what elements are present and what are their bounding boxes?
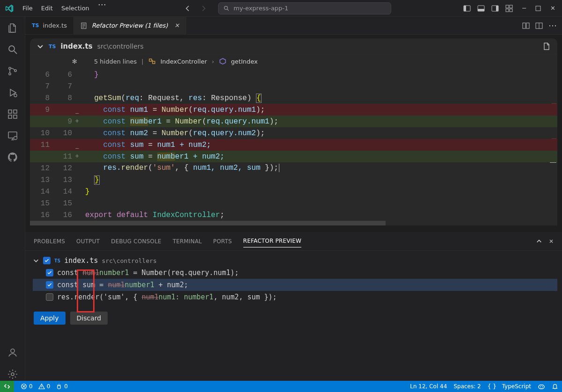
code-editor[interactable]: 66 } 77 88 getSum(req: Request, res: Res… (30, 69, 557, 221)
open-file-icon[interactable] (542, 42, 551, 51)
remote-indicator[interactable] (0, 381, 14, 392)
layout-customize-icon[interactable] (504, 4, 514, 13)
chevron-down-icon[interactable] (36, 43, 44, 50)
refactor-file-label: index.ts (64, 256, 98, 265)
titlebar-right: ─ ✕ (462, 4, 559, 13)
back-arrow-icon[interactable] (182, 3, 194, 14)
svg-point-34 (540, 386, 541, 387)
compare-icon[interactable] (522, 22, 530, 29)
bottom-panel: PROBLEMS OUTPUT DEBUG CONSOLE TERMINAL P… (25, 232, 562, 381)
extensions-icon[interactable] (6, 108, 19, 121)
typescript-file-icon: TS (54, 258, 60, 264)
layout-right-icon[interactable] (490, 4, 500, 13)
panel-tab-refactor[interactable]: REFACTOR PREVIEW (243, 235, 302, 247)
status-bar: 0 0 0 Ln 12, Col 44 Spaces: 2 { } TypeSc… (0, 381, 562, 392)
status-indentation[interactable]: Spaces: 2 (453, 383, 481, 390)
title-bar: File Edit Selection ⋯ my-express-app-1 ─… (0, 0, 562, 17)
menu-edit[interactable]: Edit (37, 3, 57, 14)
panel-tab-debug[interactable]: DEBUG CONSOLE (111, 235, 161, 247)
svg-point-16 (14, 94, 17, 97)
svg-point-23 (11, 349, 15, 353)
breadcrumb-class[interactable]: IndexController (161, 58, 207, 65)
command-center[interactable]: my-express-app-1 (218, 2, 391, 15)
panel-tabs: PROBLEMS OUTPUT DEBUG CONSOLE TERMINAL P… (25, 232, 562, 251)
refactor-change-2[interactable]: const sum = num1number1 + num2; (33, 279, 557, 291)
status-warnings[interactable]: 0 (38, 383, 51, 390)
refactor-change-3[interactable]: res.render('sum', { num1num1: number1, n… (33, 291, 557, 303)
discard-button[interactable]: Discard (70, 312, 108, 325)
menu-more[interactable]: ⋯ (94, 3, 110, 14)
panel-tab-output[interactable]: OUTPUT (76, 235, 100, 247)
minimize-icon[interactable]: ─ (518, 5, 530, 12)
explorer-icon[interactable] (6, 22, 19, 35)
tab-label: index.ts (43, 22, 67, 29)
refactor-change-1[interactable]: const num1number1 = Number(req.query.num… (33, 267, 557, 279)
svg-rect-27 (526, 23, 529, 29)
search-activity-icon[interactable] (6, 43, 19, 56)
hidden-lines-label[interactable]: 5 hidden lines (94, 58, 137, 65)
collapse-panel-icon[interactable] (536, 238, 542, 245)
tab-index-ts[interactable]: TS index.ts (25, 17, 74, 34)
panel-tab-ports[interactable]: PORTS (213, 235, 232, 247)
panel-tab-problems[interactable]: PROBLEMS (34, 235, 65, 247)
refactor-file-path: src\controllers (102, 257, 157, 264)
svg-rect-8 (510, 5, 512, 8)
editor-breadcrumb: ✻ 5 hidden lines | IndexController › get… (30, 55, 557, 69)
chevron-down-icon[interactable] (33, 257, 39, 264)
svg-rect-26 (523, 23, 526, 29)
command-center-text: my-express-app-1 (234, 5, 288, 12)
forward-arrow-icon[interactable] (197, 3, 210, 14)
menu-selection[interactable]: Selection (58, 3, 93, 14)
svg-rect-20 (14, 110, 17, 113)
editor-filename: index.ts (60, 42, 92, 51)
account-icon[interactable] (6, 346, 19, 359)
checkbox-unchecked[interactable] (46, 293, 53, 301)
svg-point-24 (11, 373, 14, 376)
status-language[interactable]: { } TypeScript (488, 383, 531, 390)
status-cursor-pos[interactable]: Ln 12, Col 44 (410, 383, 447, 390)
svg-point-0 (224, 6, 227, 9)
refactor-preview-list: TS index.ts src\controllers const num1nu… (25, 251, 562, 307)
editor-tabs: TS index.ts Refactor Preview (1 files) ✕… (25, 17, 562, 35)
split-editor-icon[interactable] (535, 22, 543, 29)
tab-refactor-preview[interactable]: Refactor Preview (1 files) ✕ (74, 17, 186, 34)
close-tab-icon[interactable]: ✕ (175, 22, 180, 29)
svg-rect-17 (8, 110, 12, 113)
github-icon[interactable] (6, 151, 19, 164)
checkbox-checked[interactable] (43, 257, 51, 264)
svg-rect-18 (8, 115, 12, 118)
refactor-file-row[interactable]: TS index.ts src\controllers (33, 254, 557, 267)
checkbox-checked[interactable] (46, 281, 53, 289)
panel-tab-terminal[interactable]: TERMINAL (173, 235, 202, 247)
svg-rect-11 (536, 6, 540, 11)
status-errors[interactable]: 0 (21, 383, 33, 390)
status-copilot-icon[interactable] (538, 383, 545, 390)
remote-explorer-icon[interactable] (6, 129, 19, 142)
breadcrumb-method[interactable]: getIndex (231, 58, 258, 65)
source-control-icon[interactable] (6, 65, 19, 78)
snowflake-icon: ✻ (72, 58, 77, 65)
apply-button[interactable]: Apply (34, 312, 66, 325)
debug-icon[interactable] (6, 86, 19, 99)
svg-rect-6 (496, 6, 498, 11)
tab-label: Refactor Preview (1 files) (92, 22, 168, 29)
method-icon (219, 58, 226, 65)
svg-rect-2 (464, 6, 466, 11)
checkbox-checked[interactable] (46, 269, 53, 276)
activity-bar (0, 17, 25, 381)
close-window-icon[interactable]: ✕ (547, 5, 559, 12)
svg-rect-33 (539, 385, 544, 389)
close-panel-icon[interactable]: ✕ (549, 238, 554, 245)
maximize-icon[interactable] (534, 5, 542, 12)
status-bell-icon[interactable] (552, 383, 558, 390)
svg-rect-9 (506, 9, 509, 12)
horizontal-scrollbar[interactable] (30, 221, 557, 225)
class-icon (148, 58, 156, 65)
status-ports[interactable]: 0 (56, 383, 68, 390)
settings-gear-icon[interactable] (6, 368, 19, 381)
layout-bottom-icon[interactable] (476, 4, 486, 13)
svg-rect-19 (14, 115, 17, 118)
layout-left-icon[interactable] (462, 4, 472, 13)
svg-rect-29 (149, 59, 152, 61)
menu-file[interactable]: File (19, 3, 36, 14)
